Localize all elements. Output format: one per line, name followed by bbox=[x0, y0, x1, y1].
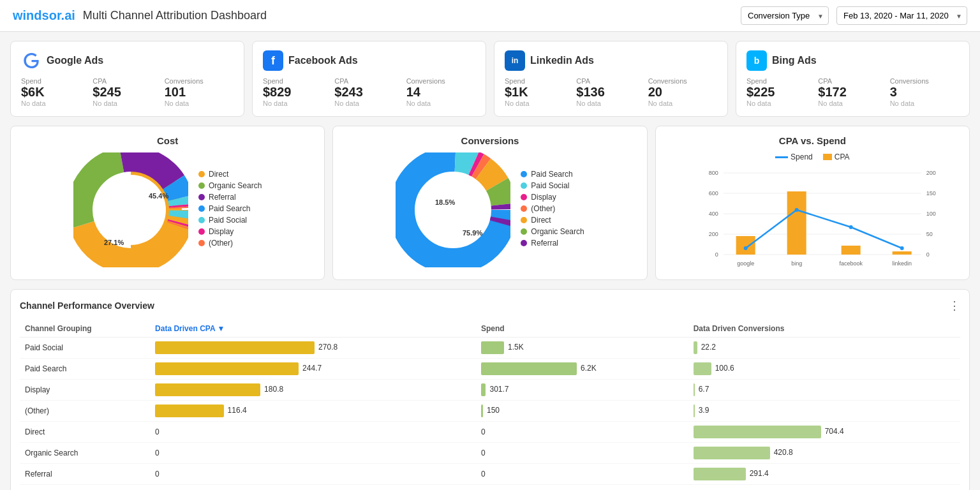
spend-legend-item: Spend bbox=[775, 152, 813, 161]
performance-table-card: Channel Performance Overview ⋮ Channel G… bbox=[10, 289, 970, 490]
bing-card-header: b Bing Ads bbox=[746, 50, 959, 71]
google-metrics: Spend $6K No data CPA $245 No data Conve… bbox=[21, 77, 234, 107]
google-card-header: Google Ads bbox=[21, 50, 234, 71]
conversion-type-select[interactable]: Conversion Type bbox=[741, 6, 829, 25]
spend-legend-label: Spend bbox=[791, 152, 813, 161]
conversions-cell: 291.4 bbox=[688, 464, 960, 485]
conversions-donut-svg: 18.5% 75.9% bbox=[396, 152, 510, 267]
performance-table: Channel Grouping Data Driven CPA ▼ Spend… bbox=[20, 320, 960, 485]
conversions-cell: 6.7 bbox=[688, 380, 960, 401]
google-conv-value: 101 bbox=[165, 85, 234, 100]
svg-rect-39 bbox=[892, 251, 911, 255]
svg-text:100: 100 bbox=[926, 211, 935, 217]
platform-cards: Google Ads Spend $6K No data CPA $245 No… bbox=[10, 41, 970, 117]
logo: windsor.ai bbox=[13, 8, 75, 23]
bing-ads-title: Bing Ads bbox=[772, 55, 817, 66]
conversions-legend: Paid Search Paid Social Display (Other) … bbox=[521, 170, 584, 250]
table-menu-button[interactable]: ⋮ bbox=[949, 299, 960, 313]
table-row: Paid Social270.81.5K22.2 bbox=[20, 338, 960, 359]
conversions-donut-container: 18.5% 75.9% Paid Search Paid Social Disp… bbox=[342, 152, 637, 267]
google-ads-card: Google Ads Spend $6K No data CPA $245 No… bbox=[10, 41, 244, 117]
spend-cell: 1.5K bbox=[476, 338, 688, 359]
fb-conv-col: Conversions 14 No data bbox=[406, 77, 475, 107]
google-conv-label: Conversions bbox=[165, 77, 234, 85]
bing-ads-card: b Bing Ads Spend $225 No data CPA $172 N… bbox=[736, 41, 970, 117]
cpa-chart-legend: Spend CPA bbox=[665, 152, 960, 161]
svg-text:18.8%: 18.8% bbox=[98, 207, 117, 214]
date-range-wrapper[interactable]: Feb 13, 2020 - Mar 11, 2020 bbox=[836, 6, 967, 25]
conversion-type-wrapper[interactable]: Conversion Type bbox=[741, 6, 829, 25]
conversions-cell: 22.2 bbox=[688, 338, 960, 359]
svg-text:600: 600 bbox=[708, 190, 718, 197]
svg-text:0: 0 bbox=[926, 251, 929, 258]
svg-rect-38 bbox=[841, 246, 860, 255]
svg-text:45.4%: 45.4% bbox=[149, 192, 168, 200]
cpa-chart-title: CPA vs. Spend bbox=[665, 135, 960, 146]
spend-cell: 6.2K bbox=[476, 359, 688, 380]
spend-cell: 150 bbox=[476, 401, 688, 422]
cpa-cell: 0 bbox=[150, 443, 476, 464]
cost-donut-svg: 45.4% 27.1% 18.8% bbox=[73, 152, 188, 267]
svg-text:0: 0 bbox=[715, 251, 718, 258]
svg-text:400: 400 bbox=[708, 211, 718, 217]
svg-text:800: 800 bbox=[708, 170, 718, 176]
table-row: Direct00704.4 bbox=[20, 422, 960, 443]
cost-legend-paid-search: Paid Search bbox=[198, 204, 262, 213]
bing-ads-icon: b bbox=[746, 50, 767, 71]
li-conv-col: Conversions 20 No data bbox=[648, 77, 717, 107]
cost-legend-display: Display bbox=[198, 227, 262, 236]
google-ads-icon bbox=[21, 50, 41, 71]
cost-legend-direct: Direct bbox=[198, 170, 262, 179]
google-spend-sub: No data bbox=[21, 100, 90, 107]
col-conversions[interactable]: Data Driven Conversions bbox=[688, 320, 960, 338]
fb-cpa-col: CPA $243 No data bbox=[334, 77, 403, 107]
spend-cell: 0 bbox=[476, 464, 688, 485]
date-range-select[interactable]: Feb 13, 2020 - Mar 11, 2020 bbox=[836, 6, 967, 25]
header: windsor.ai Multi Channel Attribution Das… bbox=[0, 0, 980, 32]
linkedin-metrics: Spend $1K No data CPA $136 No data Conve… bbox=[505, 77, 717, 107]
facebook-ads-icon: f bbox=[263, 50, 283, 71]
spend-legend-line bbox=[775, 156, 788, 158]
cost-chart-title: Cost bbox=[20, 135, 315, 146]
main-content: Google Ads Spend $6K No data CPA $245 No… bbox=[0, 32, 980, 490]
bing-metrics: Spend $225 No data CPA $172 No data Conv… bbox=[746, 77, 959, 107]
col-channel[interactable]: Channel Grouping bbox=[20, 320, 150, 338]
svg-text:75.9%: 75.9% bbox=[463, 229, 482, 237]
linkedin-ads-icon: in bbox=[505, 50, 525, 71]
google-cpa-value: $245 bbox=[93, 85, 161, 100]
facebook-metrics: Spend $829 No data CPA $243 No data Conv… bbox=[263, 77, 475, 107]
conversions-chart-card: Conversions bbox=[332, 126, 647, 280]
linkedin-ads-title: Linkedin Ads bbox=[530, 55, 594, 66]
cpa-legend-bar bbox=[823, 154, 832, 160]
col-cpa[interactable]: Data Driven CPA ▼ bbox=[150, 320, 476, 338]
bing-conv-col: Conversions 3 No data bbox=[890, 77, 959, 107]
conversions-cell: 704.4 bbox=[688, 422, 960, 443]
table-row: (Other)116.41503.9 bbox=[20, 401, 960, 422]
table-title: Channel Performance Overview bbox=[20, 301, 154, 311]
cost-donut-container: 45.4% 27.1% 18.8% Direct Organic Search … bbox=[20, 152, 315, 267]
svg-rect-37 bbox=[787, 191, 806, 255]
conversions-cell: 3.9 bbox=[688, 401, 960, 422]
spend-cell: 0 bbox=[476, 422, 688, 443]
conversions-cell: 100.6 bbox=[688, 359, 960, 380]
svg-point-40 bbox=[743, 246, 747, 250]
conversions-cell: 420.8 bbox=[688, 443, 960, 464]
table-head: Channel Grouping Data Driven CPA ▼ Spend… bbox=[20, 320, 960, 338]
table-header-row-el: Channel Grouping Data Driven CPA ▼ Spend… bbox=[20, 320, 960, 338]
svg-text:200: 200 bbox=[926, 170, 935, 176]
cpa-legend-item: CPA bbox=[823, 152, 850, 161]
bing-spend-col: Spend $225 No data bbox=[746, 77, 815, 107]
col-spend[interactable]: Spend bbox=[476, 320, 688, 338]
svg-text:facebook: facebook bbox=[839, 260, 863, 267]
channel-cell: Display bbox=[20, 380, 150, 401]
google-spend-label: Spend bbox=[21, 77, 90, 85]
svg-text:18.5%: 18.5% bbox=[435, 198, 455, 206]
channel-cell: Organic Search bbox=[20, 443, 150, 464]
table-row: Display180.8301.76.7 bbox=[20, 380, 960, 401]
facebook-card-header: f Facebook Ads bbox=[263, 50, 475, 71]
svg-rect-36 bbox=[736, 236, 755, 255]
channel-cell: Paid Search bbox=[20, 359, 150, 380]
svg-text:bing: bing bbox=[791, 260, 802, 267]
cpa-chart-card: CPA vs. Spend Spend CPA bbox=[655, 126, 970, 280]
cost-legend-referral: Referral bbox=[198, 193, 262, 202]
